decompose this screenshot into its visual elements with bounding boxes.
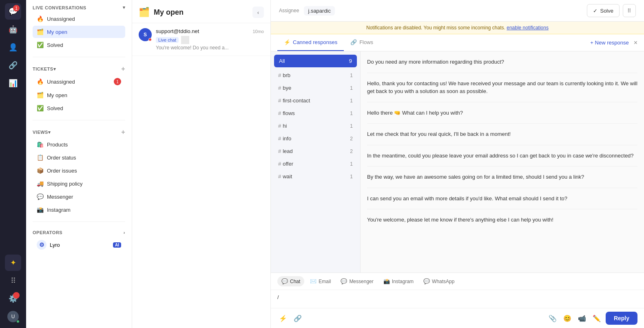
tab-flows[interactable]: 🔗 Flows (344, 34, 380, 51)
add-ticket-icon[interactable]: + (121, 65, 125, 73)
order-issues-icon: 📦 (37, 167, 44, 174)
live-conversations-header[interactable]: LIVE CONVERSATIONS ▾ (33, 5, 125, 10)
main-area: Assignee j.sapardic ✓ Solve ⠿ Notificati… (271, 0, 644, 328)
menu-button[interactable]: ⠿ (623, 4, 636, 17)
check-icon-ticket: ✅ (37, 105, 44, 111)
views-header[interactable]: VIEWS ▾ + (33, 129, 125, 136)
response-item-1[interactable]: Hello, thank you for contacting us! We h… (367, 80, 637, 102)
conv-item-tag: Live chat (156, 37, 179, 43)
reports-nav[interactable]: 📊 (5, 75, 21, 91)
settings-nav[interactable]: ⚙️ (5, 290, 21, 307)
response-item-0[interactable]: Do you need any more information regardi… (367, 58, 637, 73)
reply-tab-whatsapp[interactable]: 💬 WhatsApp (419, 276, 458, 286)
views-chevron: ▾ (48, 130, 51, 135)
tag-first-contact[interactable]: #first-contact 1 (274, 94, 357, 107)
sidebar: LIVE CONVERSATIONS ▾ 🔥 Unassigned 🗂️ My … (26, 0, 132, 328)
hash-icon: # (278, 72, 281, 78)
new-response-button[interactable]: + New response (590, 40, 629, 46)
response-item-5[interactable]: By the way, we have an awesome sales goi… (367, 173, 637, 188)
lightning-action-icon[interactable]: ⚡ (277, 313, 289, 324)
products-icon: 🛍️ (37, 141, 44, 148)
sidebar-item-myopen-tickets[interactable]: 🗂️ My open (33, 89, 125, 101)
canned-tab-actions: + New response × (590, 39, 637, 47)
close-panel-button[interactable]: × (634, 39, 637, 47)
conv-list-header: 🗂️ My open ‹ (132, 0, 270, 23)
tag-lead[interactable]: #lead 2 (274, 145, 357, 157)
collapse-button[interactable]: ‹ (252, 7, 264, 18)
icon-bar: 💬 1 🤖 👤 🔗 📊 ✦ ⠿ ⚙️ U (0, 0, 26, 328)
tag-hi[interactable]: #hi 1 (274, 120, 357, 132)
response-item-2[interactable]: Hello there 🤜 What can I help you with? (367, 109, 637, 124)
tag-flows[interactable]: #flows 1 (274, 107, 357, 120)
lightning-icon: ⚡ (284, 39, 290, 45)
all-tags-button[interactable]: All 9 (274, 55, 357, 67)
attachment-icon[interactable]: 📎 (547, 313, 558, 324)
sidebar-item-order-issues[interactable]: 📦 Order issues (33, 164, 125, 177)
signature-action-icon[interactable]: 🔗 (292, 313, 303, 324)
messenger-tab-icon: 💬 (341, 278, 347, 284)
edit-icon[interactable]: ✏️ (591, 313, 602, 324)
reply-button[interactable]: Reply (606, 312, 637, 325)
assignee-value[interactable]: j.sapardic (304, 6, 335, 16)
reply-tab-messenger[interactable]: 💬 Messenger (336, 276, 377, 286)
sidebar-item-unassigned-tickets[interactable]: 🔥 Unassigned 1 (33, 75, 125, 88)
user-online-dot (16, 320, 20, 323)
automation-icon[interactable]: ✦ (5, 255, 21, 271)
tickets-header[interactable]: TICKETS ▾ + (33, 65, 125, 73)
tag-wait[interactable]: #wait 1 (274, 170, 357, 183)
enable-notifications-link[interactable]: enable notifications (507, 25, 549, 31)
sidebar-item-myopen-live[interactable]: 🗂️ My open (33, 26, 125, 38)
reply-area: 💬 Chat ✉️ Email 💬 Messenger 📸 Instagram … (271, 273, 644, 328)
reply-tab-chat[interactable]: 💬 Chat (277, 276, 304, 286)
contacts-nav[interactable]: 👤 (5, 39, 21, 55)
emoji-icon[interactable]: 😊 (562, 313, 573, 324)
sidebar-item-unassigned-live[interactable]: 🔥 Unassigned (33, 13, 125, 25)
sidebar-item-order-status[interactable]: 📋 Order status (33, 151, 125, 164)
video-icon[interactable]: 📹 (576, 313, 588, 324)
user-avatar[interactable]: U (5, 308, 21, 325)
team-nav[interactable]: 🔗 (5, 57, 21, 73)
reply-tab-instagram[interactable]: 📸 Instagram (379, 276, 418, 286)
solve-button[interactable]: ✓ Solve (587, 4, 620, 17)
reply-input[interactable]: / (271, 290, 644, 308)
sidebar-item-products[interactable]: 🛍️ Products (33, 138, 125, 151)
reply-tab-email[interactable]: ✉️ Email (306, 276, 335, 286)
hash-icon-8: # (278, 161, 281, 167)
response-item-3[interactable]: Let me check that for you real quick, I'… (367, 130, 637, 145)
operator-lyro[interactable]: ⚙ Lyro AI (33, 237, 125, 252)
fire-icon-ticket: 🔥 (37, 78, 44, 85)
conversation-item[interactable]: S support@tddio.net 10mo Live chat You'r… (132, 23, 270, 56)
messenger-icon: 💬 (37, 193, 44, 200)
conversations-nav[interactable]: 💬 1 (5, 3, 21, 20)
response-item-4[interactable]: In the meantime, could you please leave … (367, 152, 637, 167)
canned-tags-list: All 9 #brb 1 #bye 1 #first-contact 1 #fl… (271, 51, 361, 273)
operator-name: Lyro (50, 242, 60, 248)
lyro-avatar: ⚙ (37, 240, 46, 250)
sidebar-item-solved-tickets[interactable]: ✅ Solved (33, 102, 125, 114)
tag-info[interactable]: #info 2 (274, 132, 357, 145)
assignee-label: Assignee (279, 8, 299, 13)
canned-panel: ⚡ Canned responses 🔗 Flows + New respons… (271, 34, 644, 273)
tag-bye[interactable]: #bye 1 (274, 82, 357, 94)
response-item-7[interactable]: You're welcome, please let me know if th… (367, 216, 637, 230)
conversation-list: 🗂️ My open ‹ S support@tddio.net 10mo Li… (132, 0, 271, 328)
tab-canned-responses[interactable]: ⚡ Canned responses (277, 34, 344, 51)
reply-footer: ⚡ 🔗 📎 😊 📹 ✏️ Reply (271, 308, 644, 328)
hash-icon-6: # (278, 135, 281, 142)
sidebar-item-messenger[interactable]: 💬 Messenger (33, 191, 125, 203)
bot-nav[interactable]: 🤖 (5, 21, 21, 38)
tag-offer[interactable]: #offer 1 (274, 157, 357, 170)
sidebar-item-shipping[interactable]: 🚚 Shipping policy (33, 177, 125, 190)
sidebar-item-solved-live[interactable]: ✅ Solved (33, 39, 125, 51)
conversations-badge: 1 (13, 5, 20, 11)
add-view-icon[interactable]: + (121, 129, 125, 136)
tag-brb[interactable]: #brb 1 (274, 69, 357, 82)
apps-nav[interactable]: ⠿ (5, 273, 21, 289)
whatsapp-tab-icon: 💬 (423, 278, 430, 284)
operators-header[interactable]: OPERATORS › (33, 230, 125, 235)
response-item-6[interactable]: I can send you an email with more detail… (367, 195, 637, 210)
check-icon: ✅ (37, 42, 44, 48)
folder-icon-ticket: 🗂️ (37, 92, 44, 98)
sidebar-item-instagram[interactable]: 📸 Instagram (33, 204, 125, 216)
live-conversations-chevron: ▾ (123, 5, 126, 10)
